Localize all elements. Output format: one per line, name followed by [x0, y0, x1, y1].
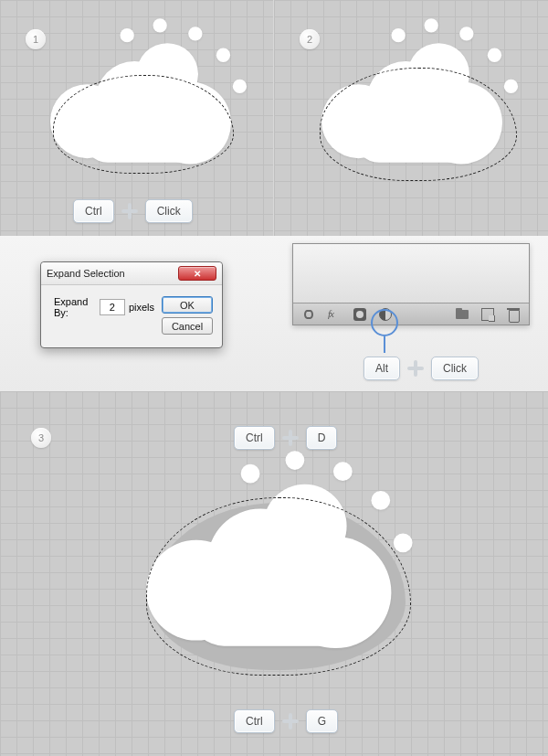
step-3-canvas: 3 Ctrl D Ctrl G	[0, 391, 548, 756]
plus-icon	[282, 713, 299, 729]
dialog-title: Expand Selection	[47, 268, 125, 279]
dialog-close-button[interactable]: ✕	[178, 266, 216, 281]
plus-icon	[407, 360, 424, 377]
cancel-button[interactable]: Cancel	[162, 317, 213, 335]
key-ctrl: Ctrl	[234, 426, 275, 450]
shortcut-alt-click: Alt Click	[364, 357, 479, 380]
key-d: D	[306, 426, 338, 450]
key-click: Click	[145, 199, 193, 223]
add-layer-mask-icon[interactable]	[353, 308, 366, 321]
expand-by-label: Expand By:	[54, 296, 96, 318]
selection-marquee-expanded	[320, 68, 517, 181]
key-alt: Alt	[364, 357, 400, 380]
step-badge-1: 1	[26, 29, 46, 49]
new-layer-icon[interactable]	[481, 308, 494, 321]
step-badge-2: 2	[300, 29, 320, 49]
selection-marquee-large	[146, 497, 411, 676]
layer-style-icon[interactable]: fx	[328, 308, 341, 321]
shortcut-ctrl-d: Ctrl D	[234, 426, 337, 450]
step-1-canvas: 1 Ctrl Click	[0, 0, 274, 236]
step-badge-3: 3	[31, 428, 51, 448]
key-click: Click	[431, 357, 479, 380]
expand-units-label: pixels	[129, 302, 154, 313]
key-g: G	[306, 709, 338, 733]
close-icon: ✕	[194, 269, 201, 279]
layers-panel-footer: fx	[292, 243, 530, 325]
shortcut-ctrl-g: Ctrl G	[234, 709, 338, 733]
link-layers-icon[interactable]	[302, 308, 315, 321]
callout-ring	[371, 309, 398, 336]
key-ctrl: Ctrl	[73, 199, 114, 223]
expand-selection-dialog: Expand Selection ✕ Expand By: pixels OK …	[40, 261, 223, 348]
callout-tail	[384, 336, 385, 353]
step-2-canvas: 2	[274, 0, 548, 236]
plus-icon	[121, 203, 138, 219]
plus-icon	[282, 430, 299, 446]
ok-button[interactable]: OK	[162, 296, 213, 314]
delete-layer-icon[interactable]	[507, 308, 520, 321]
dialog-titlebar[interactable]: Expand Selection ✕	[41, 262, 222, 285]
new-group-icon[interactable]	[456, 308, 469, 321]
mid-strip: Expand Selection ✕ Expand By: pixels OK …	[0, 236, 548, 391]
shortcut-ctrl-click: Ctrl Click	[73, 199, 193, 223]
key-ctrl: Ctrl	[234, 709, 275, 733]
expand-by-input[interactable]	[100, 299, 125, 315]
